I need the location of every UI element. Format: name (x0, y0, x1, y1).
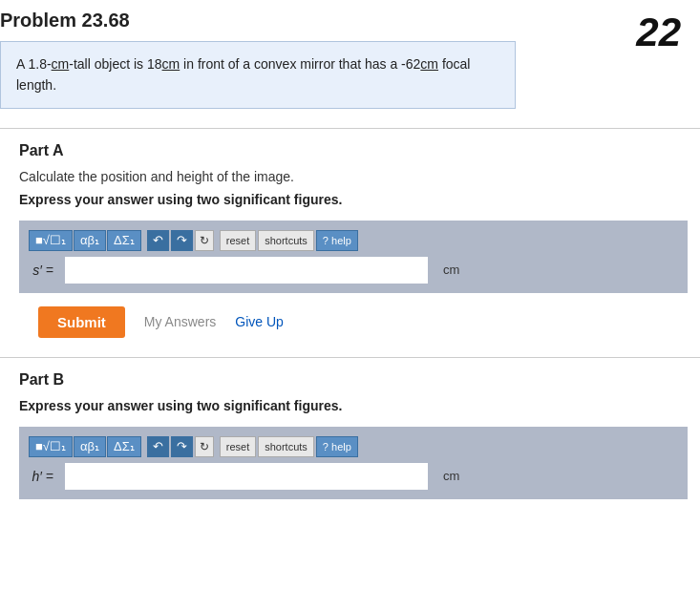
part-b-input-area: ■√☐₁ αβ₁ ΔΣ₁ ↶ ↷ ↻ reset shortcuts ? hel… (19, 427, 688, 499)
part-b-section: Part B Express your answer using two sig… (0, 358, 700, 532)
part-a-submit-row: Submit My Answers Give Up (19, 306, 700, 338)
part-b-instruction: Express your answer using two significan… (19, 398, 700, 413)
part-b-toolbar: ■√☐₁ αβ₁ ΔΣ₁ ↶ ↷ ↻ reset shortcuts ? hel… (29, 436, 678, 457)
part-a-input-area: ■√☐₁ αβ₁ ΔΣ₁ ↶ ↷ ↻ reset shortcuts ? hel… (19, 221, 688, 293)
part-b-help-button[interactable]: ? help (316, 436, 358, 457)
part-b-delta-button[interactable]: ΔΣ₁ (107, 436, 141, 457)
problem-text: A 1.8-cm-tall object is 18cm in front of… (16, 56, 470, 93)
part-b-refresh-button[interactable]: ↻ (195, 436, 214, 457)
part-a-shortcuts-button[interactable]: shortcuts (258, 230, 314, 251)
part-a-content: Part A Calculate the position and height… (0, 142, 700, 338)
part-a-undo-button[interactable]: ↶ (147, 230, 169, 251)
part-b-undo-button[interactable]: ↶ (147, 436, 169, 457)
part-a-input-row: s′ = cm (29, 257, 678, 284)
part-a-refresh-button[interactable]: ↻ (195, 230, 214, 251)
part-b-unit-label: cm (443, 469, 459, 483)
part-b-shortcuts-button[interactable]: shortcuts (258, 436, 314, 457)
unit-cm-1: cm (52, 56, 70, 72)
part-a-input-label: s′ = (29, 263, 57, 278)
part-a-my-answers: My Answers (144, 314, 216, 329)
part-b-reset-button[interactable]: reset (220, 436, 256, 457)
part-a-toolbar-group-right: ↶ ↷ ↻ reset shortcuts ? help (147, 230, 358, 251)
part-b-math-button[interactable]: ■√☐₁ (29, 436, 73, 457)
part-a-redo-button[interactable]: ↷ (171, 230, 193, 251)
part-a-toolbar: ■√☐₁ αβ₁ ΔΣ₁ ↶ ↷ ↻ reset shortcuts ? hel… (29, 230, 678, 251)
problem-title: Problem 23.68 (0, 10, 607, 32)
part-a-math-input[interactable] (65, 257, 428, 284)
part-a-title: Part A (19, 142, 700, 159)
part-b-math-input[interactable] (65, 463, 428, 490)
problem-number: 22 (617, 0, 700, 65)
part-b-toolbar-group-right: ↶ ↷ ↻ reset shortcuts ? help (147, 436, 358, 457)
problem-box: A 1.8-cm-tall object is 18cm in front of… (0, 41, 516, 109)
part-b-toolbar-group-blue: ■√☐₁ αβ₁ ΔΣ₁ (29, 436, 141, 457)
part-a-unit-label: cm (443, 263, 459, 277)
part-a-alpha-button[interactable]: αβ₁ (74, 230, 106, 251)
part-b-redo-button[interactable]: ↷ (171, 436, 193, 457)
part-a-submit-button[interactable]: Submit (38, 306, 125, 338)
part-b-input-label: h′ = (29, 469, 57, 484)
problem-left: Problem 23.68 A 1.8-cm-tall object is 18… (0, 0, 617, 118)
top-section: Problem 23.68 A 1.8-cm-tall object is 18… (0, 0, 700, 129)
unit-cm-2: cm (162, 56, 180, 72)
part-a-toolbar-group-blue: ■√☐₁ αβ₁ ΔΣ₁ (29, 230, 141, 251)
part-a-delta-button[interactable]: ΔΣ₁ (107, 230, 141, 251)
part-b-content: Part B Express your answer using two sig… (0, 371, 700, 499)
unit-cm-3: cm (420, 56, 438, 72)
part-a-math-button[interactable]: ■√☐₁ (29, 230, 73, 251)
part-a-section: Part A Calculate the position and height… (0, 129, 700, 358)
part-a-help-button[interactable]: ? help (316, 230, 358, 251)
part-a-instruction: Express your answer using two significan… (19, 192, 700, 207)
part-b-title: Part B (19, 371, 700, 389)
part-a-reset-button[interactable]: reset (220, 230, 256, 251)
part-a-give-up-link[interactable]: Give Up (235, 314, 284, 329)
part-a-question: Calculate the position and height of the… (19, 169, 700, 184)
part-b-alpha-button[interactable]: αβ₁ (74, 436, 106, 457)
part-b-input-row: h′ = cm (29, 463, 678, 490)
